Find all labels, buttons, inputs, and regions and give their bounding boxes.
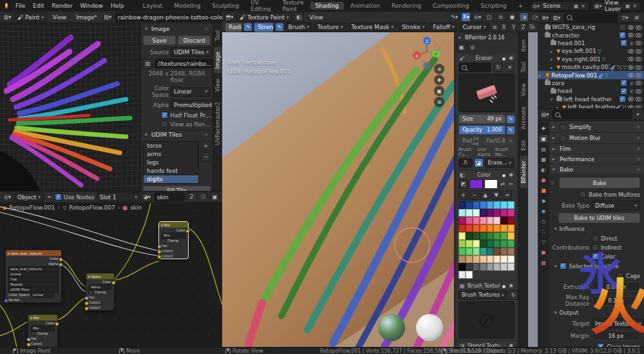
texture-popover[interactable]: Texture▾: [314, 23, 346, 32]
add-tile-button[interactable]: +: [201, 141, 211, 151]
scene-properties-tab[interactable]: ◐: [539, 166, 548, 173]
palette-swatch[interactable]: [487, 248, 494, 255]
annotate-icon[interactable]: ✎▾: [450, 12, 459, 22]
margin-field[interactable]: 16 px: [592, 331, 640, 340]
palette-swatch[interactable]: [500, 217, 507, 224]
editor-type-icon[interactable]: ▤▾: [540, 110, 550, 119]
palette-swatch[interactable]: [473, 240, 480, 248]
palette-swatch[interactable]: [466, 240, 473, 248]
workspace-tab-sculpting[interactable]: Sculpting: [207, 2, 244, 10]
film-panel[interactable]: ▸Film≡: [549, 144, 644, 154]
gradient-toggle-icon[interactable]: ◩: [459, 179, 468, 189]
texture-properties-tab[interactable]: ▦: [539, 259, 548, 266]
sidebar-tab-edit[interactable]: Edit: [520, 135, 527, 155]
source-dropdown[interactable]: UDIM Tiles▾: [171, 47, 212, 57]
hide-chevron-icon[interactable]: ∨: [629, 88, 634, 94]
workspace-tab-animation[interactable]: Animation: [345, 2, 385, 10]
workspace-tab-uv-editing[interactable]: UV Editing: [245, 0, 276, 13]
sidebar-tab-uvpackmaster2[interactable]: UVPackmaster2: [214, 97, 222, 150]
sidebar-tab-bpainter[interactable]: BPainter: [520, 156, 527, 188]
palette-swatch[interactable]: [493, 232, 500, 240]
pin-icon[interactable]: ○: [502, 344, 506, 347]
palette-swatch[interactable]: [459, 248, 466, 255]
palette-swatch[interactable]: [507, 209, 515, 217]
cage-checkbox[interactable]: [616, 272, 623, 279]
palette-swatch[interactable]: [507, 201, 515, 209]
menu-edit[interactable]: Edit: [29, 3, 48, 9]
fake-user-shield-icon[interactable]: ⛉: [198, 192, 208, 202]
outliner-row[interactable]: ▾left head feather✓: [538, 95, 644, 103]
editor-type-icon[interactable]: ◎▾: [3, 192, 12, 202]
palette-swatch[interactable]: [500, 240, 507, 248]
palette-swatch[interactable]: [500, 209, 507, 217]
palette-swatch[interactable]: [493, 263, 500, 271]
node-mix-bottom[interactable]: ▾Mix Color Mix Clamp Fac Color1 Color2: [28, 314, 58, 348]
palette-swatch[interactable]: [493, 201, 500, 209]
palette-swatch[interactable]: [500, 224, 507, 232]
palette-swatch[interactable]: [487, 217, 494, 224]
brush-curve-widget[interactable]: Λ: [459, 159, 473, 168]
udim-tile-item[interactable]: hands feet: [144, 167, 198, 175]
brush-size-slider[interactable]: Size49 px: [459, 114, 506, 124]
outliner-row[interactable]: WGTS_zara_rig: [538, 23, 644, 31]
expand-arrow-icon[interactable]: ▸: [551, 65, 555, 70]
mirror-y-toggle[interactable]: Y: [509, 23, 517, 32]
bake-type-dropdown[interactable]: Diffuse▾: [592, 201, 640, 210]
palette-swatch[interactable]: [500, 232, 507, 240]
properties-search-field[interactable]: [552, 110, 632, 119]
brush-mode-dropdown[interactable]: Erase...▾: [485, 158, 515, 168]
use-nodes-checkbox[interactable]: ✓: [55, 193, 62, 201]
workspace-tab-shading[interactable]: Shading: [310, 2, 345, 10]
color-space-dropdown[interactable]: Linear▾: [171, 87, 211, 97]
workspace-tab-modeling[interactable]: Modeling: [169, 2, 205, 10]
palette-swatch[interactable]: [473, 201, 480, 209]
pin-icon[interactable]: ●: [502, 56, 506, 61]
exclude-checkbox[interactable]: ✓: [619, 95, 626, 103]
contrib-direct-checkbox[interactable]: [592, 235, 599, 242]
brush-search-field[interactable]: [459, 63, 491, 72]
palette-swatch[interactable]: [473, 209, 480, 217]
workspace-tab-rendering[interactable]: Rendering: [386, 2, 426, 10]
palette-swatch[interactable]: [480, 255, 487, 263]
opacity-pressure-icon[interactable]: ✎: [507, 126, 515, 134]
palette-swatch[interactable]: [473, 255, 480, 263]
palette-swatch[interactable]: [473, 263, 480, 271]
disable-in-renders-camera-icon[interactable]: [636, 57, 641, 61]
extrusion-field[interactable]: 0.01 m: [592, 282, 640, 291]
outliner-row[interactable]: zara✓∨: [538, 79, 644, 87]
slot-dropdown[interactable]: Slot 1▾: [97, 192, 140, 202]
add-color-button[interactable]: +: [459, 190, 468, 200]
radius-slider[interactable]: Radius49 px: [225, 23, 242, 32]
filepath-field[interactable]: //textures/rainbo...: [155, 59, 213, 68]
palette-swatch[interactable]: [480, 248, 487, 255]
stencil-settings-gear-icon[interactable]: ✱: [507, 343, 515, 347]
disable-in-renders-camera-icon[interactable]: [636, 41, 641, 45]
mirror-z-toggle[interactable]: Z: [519, 23, 527, 32]
palette-swatch[interactable]: [480, 201, 487, 209]
outliner-row[interactable]: character✓: [538, 31, 644, 39]
size-pressure-icon[interactable]: ✎: [507, 115, 515, 123]
udim-tile-list[interactable]: torsoarmslegshands feetdigits: [143, 141, 199, 184]
shading-material-icon[interactable]: ◑: [519, 12, 529, 22]
render-properties-tab[interactable]: ▣: [539, 135, 548, 143]
hide-in-viewport-eye-icon[interactable]: [628, 97, 634, 101]
selected-to-active-subpanel[interactable]: ▾✓Selected to Active: [549, 262, 640, 270]
material-icon[interactable]: ◕▾: [142, 192, 152, 202]
palette-swatch[interactable]: [480, 263, 487, 271]
palette-swatch[interactable]: [487, 209, 494, 217]
refresh-brushes-icon[interactable]: ↻: [493, 63, 503, 72]
disable-in-renders-camera-icon[interactable]: [636, 33, 641, 37]
constraint-properties-tab[interactable]: ◇: [539, 217, 548, 225]
image-name-field[interactable]: rainbow-dragon-phoenix-tattoo-colour: [115, 12, 232, 22]
strength-pressure-icon[interactable]: ✎: [276, 23, 283, 31]
palette-swatch[interactable]: [507, 255, 515, 263]
image-editor-canvas[interactable]: [0, 23, 140, 191]
disable-in-renders-camera-icon[interactable]: [636, 49, 641, 54]
editor-type-icon[interactable]: ⬒▾: [225, 12, 234, 22]
shading-solid-icon[interactable]: ●: [507, 12, 517, 22]
options-chevron-icon[interactable]: ▾: [634, 112, 641, 117]
node-image-texture[interactable]: ▾zara_scar_colours Color Alpha zara_scar…: [5, 250, 62, 303]
data-properties-tab[interactable]: ▽: [539, 238, 548, 246]
image-panel-header[interactable]: ▾Image≡: [143, 25, 211, 34]
editor-type-icon[interactable]: ▥▾: [3, 12, 12, 22]
